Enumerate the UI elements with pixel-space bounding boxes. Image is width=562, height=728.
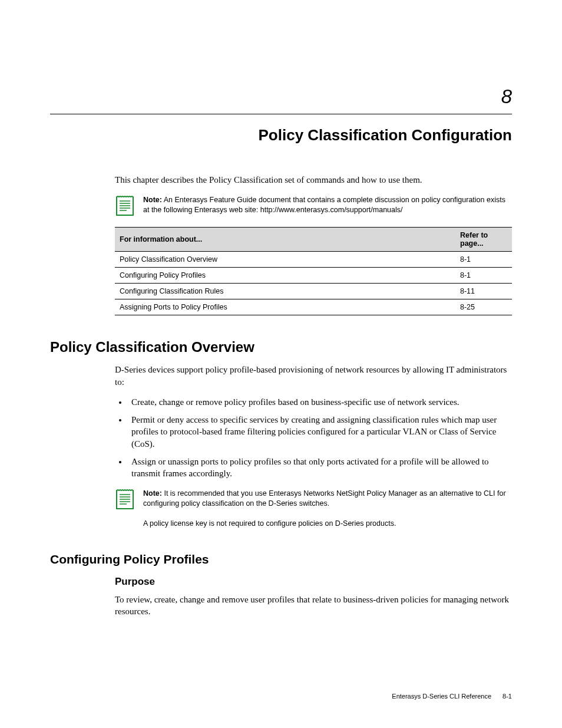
toc-page: 8-1	[455, 252, 512, 268]
footer-text: Enterasys D-Series CLI Reference	[392, 693, 491, 700]
chapter-number: 8	[50, 85, 512, 108]
note-page-icon	[115, 194, 135, 216]
table-row: Configuring Classification Rules 8-11	[115, 284, 512, 299]
table-row: Configuring Policy Profiles 8-1	[115, 268, 512, 284]
toc-topic: Configuring Policy Profiles	[115, 268, 455, 284]
toc-page: 8-1	[455, 268, 512, 284]
list-item: Assign or unassign ports to policy profi…	[128, 456, 512, 480]
note-block: Note: It is recommended that you use Ent…	[115, 487, 512, 529]
note-body-line2: A policy license key is not required to …	[143, 519, 396, 528]
toc-page: 8-11	[455, 284, 512, 299]
note-label: Note:	[143, 489, 162, 498]
bullet-list: Create, change or remove policy profiles…	[115, 396, 512, 480]
table-row: Policy Classification Overview 8-1	[115, 252, 512, 268]
note-body: An Enterasys Feature Guide document that…	[143, 196, 505, 214]
content-column: This chapter describes the Policy Classi…	[50, 174, 512, 617]
chapter-title: Policy Classification Configuration	[50, 126, 512, 144]
footer-page-number: 8-1	[503, 693, 512, 700]
table-header-topic: For information about...	[115, 228, 455, 252]
overview-paragraph: D-Series devices support policy profile-…	[115, 364, 512, 388]
contents-table: For information about... Refer to page..…	[115, 227, 512, 315]
note-body-line1: It is recommended that you use Enterasys…	[143, 489, 506, 508]
toc-topic: Assigning Ports to Policy Profiles	[115, 299, 455, 315]
list-item: Create, change or remove policy profiles…	[128, 396, 512, 408]
list-item: Permit or deny access to specific servic…	[128, 414, 512, 450]
page-footer: Enterasys D-Series CLI Reference 8-1	[392, 693, 512, 700]
note-text: Note: An Enterasys Feature Guide documen…	[143, 195, 512, 215]
section-heading: Policy Classification Overview	[50, 339, 512, 355]
table-header-page: Refer to page...	[455, 228, 512, 252]
subsection-heading: Purpose	[115, 576, 512, 588]
table-row: Assigning Ports to Policy Profiles 8-25	[115, 299, 512, 315]
note-page-icon	[115, 487, 135, 510]
toc-topic: Policy Classification Overview	[115, 252, 455, 268]
purpose-paragraph: To review, create, change and remove use…	[115, 594, 512, 618]
note-text: Note: It is recommended that you use Ent…	[143, 489, 512, 529]
note-label: Note:	[143, 196, 162, 204]
divider	[50, 114, 512, 114]
intro-paragraph: This chapter describes the Policy Classi…	[115, 174, 512, 186]
toc-topic: Configuring Classification Rules	[115, 284, 455, 299]
note-block: Note: An Enterasys Feature Guide documen…	[115, 194, 512, 216]
toc-page: 8-25	[455, 299, 512, 315]
section-heading: Configuring Policy Profiles	[50, 552, 512, 566]
document-page: 8 Policy Classification Configuration Th…	[0, 0, 562, 728]
